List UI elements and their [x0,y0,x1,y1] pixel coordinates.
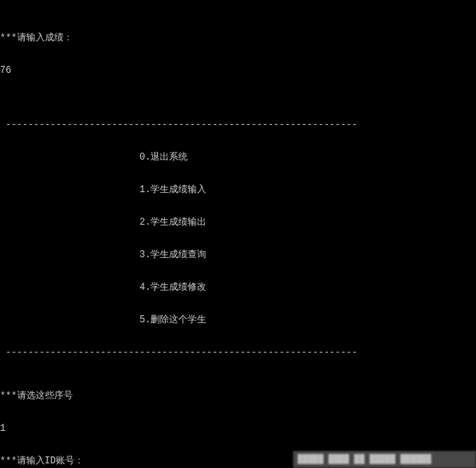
menu-item-4: 4.学生成绩修改 [0,282,476,293]
terminal-window[interactable]: ***请输入成绩： 76 ---------------------------… [0,0,476,468]
overlay-watermark: █████ ████ ██ █████ ██████ [293,451,476,468]
menu-item-1: 1.学生成绩输入 [0,184,476,195]
value-prev-score: 76 [0,65,476,76]
menu-bottom-border: ----------------------------------------… [0,347,476,358]
menu-top-border: ----------------------------------------… [0,119,476,130]
menu-item-0: 0.退出系统 [0,152,476,163]
menu-item-2: 2.学生成绩输出 [0,217,476,228]
menu-item-3: 3.学生成绩查询 [0,249,476,260]
value-select-1: 1 [0,423,476,434]
menu-item-5: 5.删除这个学生 [0,315,476,325]
prompt-score: ***请输入成绩： [0,33,476,43]
prompt-select: ***请选这些序号 [0,391,476,401]
